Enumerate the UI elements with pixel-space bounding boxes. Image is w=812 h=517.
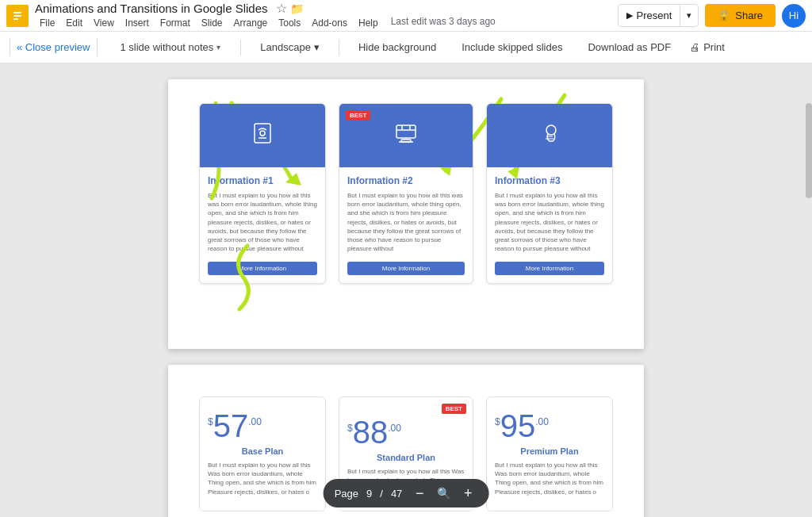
price-display-2: $ 88 .00: [347, 416, 465, 448]
card-2-header: BEST: [339, 104, 473, 167]
info-card-3: Information #3 But I must explain to you…: [486, 103, 613, 284]
share-button[interactable]: 🔒 Share: [705, 4, 776, 27]
pricing-card-2-best-badge: BEST: [442, 404, 466, 414]
avatar[interactable]: Hi: [782, 4, 806, 28]
card-2-button[interactable]: More Information: [347, 262, 465, 275]
pricing-card-3: $ 95 .00 Premium Plan But I must explain…: [486, 396, 613, 511]
app-title: Animations and Transitions in Google Sli…: [35, 2, 268, 15]
present-dropdown-arrow[interactable]: ▾: [680, 6, 698, 25]
slides-count-label: 1 slide without notes: [121, 41, 214, 53]
plan-2-name: Standard Plan: [347, 453, 465, 462]
include-skipped-button[interactable]: Include skipped slides: [455, 38, 569, 56]
last-edit: Last edit was 3 days ago: [391, 16, 496, 30]
card-3-text: But I must explain to you how all this w…: [495, 191, 604, 253]
page-separator: /: [380, 488, 383, 500]
plan-3-text: But I must explain to you how all this W…: [495, 461, 604, 496]
card-3-button[interactable]: More Information: [495, 262, 604, 275]
menu-format[interactable]: Format: [155, 16, 195, 30]
present-button-group: ▶ Present ▾: [618, 4, 699, 27]
price-1-main: 57: [213, 410, 249, 442]
svg-rect-1: [13, 12, 21, 13]
svg-rect-7: [255, 124, 270, 143]
orientation-arrow: ▾: [314, 41, 320, 53]
scrollbar[interactable]: [806, 103, 812, 198]
cards-row-1: Information #1 But I must explain to you…: [187, 103, 625, 284]
separator-1: [240, 40, 241, 56]
svg-rect-2: [13, 15, 21, 17]
menu-tools[interactable]: Tools: [274, 16, 305, 30]
slide-1: Information #1 But I must explain to you…: [168, 79, 644, 349]
svg-rect-10: [396, 125, 416, 138]
card-1-header: [200, 104, 325, 167]
card-1-button[interactable]: More Information: [208, 262, 317, 275]
card-2-title: Information #2: [347, 175, 465, 186]
price-1-cents: .00: [248, 416, 262, 427]
card-3-body: Information #3 But I must explain to you…: [487, 167, 612, 283]
close-preview-button[interactable]: « Close preview: [10, 38, 98, 56]
separator-2: [339, 40, 339, 56]
slides-dropdown-arrow: ▾: [216, 43, 220, 52]
share-label: Share: [735, 10, 763, 21]
plan-1-text: But I must explain to you how all this W…: [208, 461, 317, 496]
card-3-icon: [535, 119, 564, 152]
price-3-cents: .00: [535, 416, 549, 427]
star-icon[interactable]: ☆: [276, 1, 287, 16]
search-zoom-icon[interactable]: 🔍: [437, 487, 450, 500]
total-pages: 47: [391, 488, 402, 500]
plan-1-name: Base Plan: [208, 446, 317, 456]
price-display-3: $ 95 .00: [495, 410, 604, 442]
app-icon: [6, 5, 29, 27]
svg-point-8: [260, 131, 265, 136]
menu-slide[interactable]: Slide: [197, 16, 228, 30]
download-pdf-button[interactable]: Download as PDF: [581, 38, 677, 56]
print-button[interactable]: 🖨 Print: [690, 41, 725, 53]
menu-addons[interactable]: Add-ons: [307, 16, 352, 30]
menu-insert[interactable]: Insert: [121, 16, 154, 30]
card-3-title: Information #3: [495, 175, 604, 186]
folder-icon[interactable]: 📁: [290, 2, 304, 15]
card-1-icon: [248, 119, 277, 152]
card-1-text: But I must explain to you how all this w…: [208, 191, 317, 253]
orientation-dropdown[interactable]: Landscape ▾: [254, 38, 326, 56]
orientation-label: Landscape: [260, 41, 311, 53]
zoom-out-button[interactable]: −: [410, 484, 429, 503]
plan-3-name: Premium Plan: [495, 446, 604, 456]
top-right-actions: ▶ Present ▾ 🔒 Share Hi: [618, 4, 806, 28]
hide-background-button[interactable]: Hide background: [352, 38, 442, 56]
svg-rect-3: [13, 18, 18, 20]
present-button[interactable]: ▶ Present: [619, 5, 680, 26]
card-1-title: Information #1: [208, 175, 317, 186]
info-card-2: BEST Information #2 But: [339, 103, 473, 284]
pricing-card-1: $ 57 .00 Base Plan But I must explain to…: [199, 396, 326, 511]
slides-count-dropdown[interactable]: 1 slide without notes ▾: [113, 37, 228, 57]
menu-file[interactable]: File: [35, 16, 59, 30]
price-3-main: 95: [500, 410, 536, 442]
card-2-best-badge: BEST: [346, 110, 370, 121]
price-2-dollar: $: [347, 423, 353, 434]
menu-edit[interactable]: Edit: [61, 16, 87, 30]
card-3-header: [487, 104, 612, 167]
page-label: Page: [335, 488, 358, 500]
print-icon: 🖨: [690, 41, 700, 53]
price-display-1: $ 57 .00: [208, 410, 317, 442]
info-card-1: Information #1 But I must explain to you…: [199, 103, 326, 284]
current-page: 9: [366, 488, 372, 500]
price-2-cents: .00: [388, 423, 401, 434]
card-2-text: But I must explain to you how all this w…: [347, 191, 465, 253]
menu-arrange[interactable]: Arrange: [229, 16, 273, 30]
card-2-icon: [392, 119, 420, 152]
print-label: Print: [703, 41, 725, 53]
present-label: Present: [636, 10, 672, 21]
menu-view[interactable]: View: [89, 16, 119, 30]
title-area: Animations and Transitions in Google Sli…: [35, 1, 611, 30]
price-3-dollar: $: [495, 416, 500, 427]
zoom-in-button[interactable]: +: [458, 484, 477, 503]
main-area: Information #1 But I must explain to you…: [0, 63, 812, 517]
price-1-dollar: $: [208, 416, 213, 427]
preview-bar: « Close preview 1 slide without notes ▾ …: [0, 32, 812, 63]
top-bar: Animations and Transitions in Google Sli…: [0, 0, 812, 32]
menu-help[interactable]: Help: [354, 16, 383, 30]
price-2-main: 88: [353, 416, 389, 448]
card-1-body: Information #1 But I must explain to you…: [200, 167, 325, 283]
page-controls: Page 9 / 47 − 🔍 +: [324, 479, 489, 507]
